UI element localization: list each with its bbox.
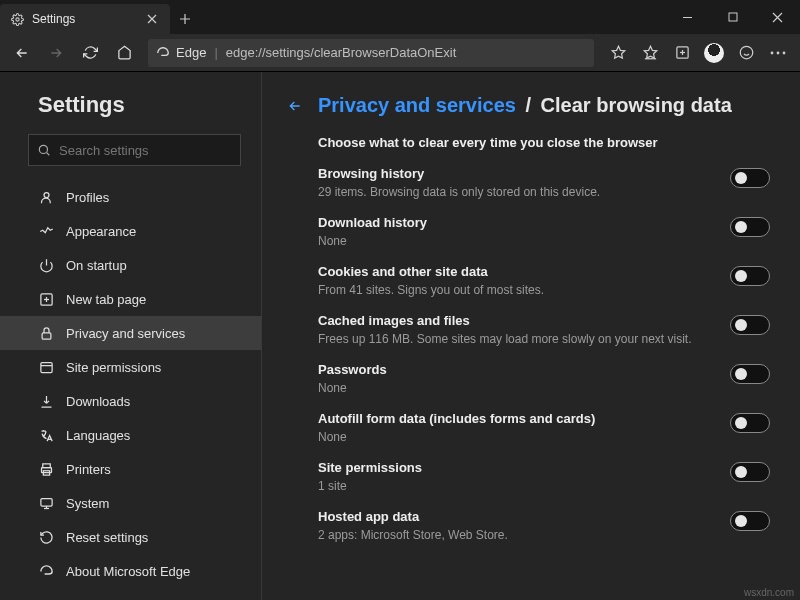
back-button[interactable] xyxy=(6,38,38,68)
svg-point-10 xyxy=(777,51,780,54)
clear-option-row: PasswordsNone xyxy=(318,362,770,395)
sidebar-item-languages[interactable]: Languages xyxy=(0,418,261,452)
option-subtitle: None xyxy=(318,430,710,444)
option-text: Browsing history29 items. Browsing data … xyxy=(318,166,710,199)
clear-option-row: Cookies and other site dataFrom 41 sites… xyxy=(318,264,770,297)
clear-option-row: Hosted app data2 apps: Microsoft Store, … xyxy=(318,509,770,542)
option-toggle[interactable] xyxy=(730,462,770,482)
breadcrumb-parent-link[interactable]: Privacy and services xyxy=(318,94,516,116)
window-controls xyxy=(665,0,800,34)
site-identity: Edge xyxy=(156,45,206,60)
settings-heading: Settings xyxy=(0,92,261,134)
option-text: Cookies and other site dataFrom 41 sites… xyxy=(318,264,710,297)
newtab-icon xyxy=(38,291,54,307)
toolbar: Edge | edge://settings/clearBrowserDataO… xyxy=(0,34,800,72)
menu-button[interactable] xyxy=(762,38,794,68)
clear-option-row: Browsing history29 items. Browsing data … xyxy=(318,166,770,199)
clear-option-row: Autofill form data (includes forms and c… xyxy=(318,411,770,444)
avatar xyxy=(704,43,724,63)
sidebar-item-new-tab-page[interactable]: New tab page xyxy=(0,282,261,316)
option-subtitle: None xyxy=(318,234,710,248)
home-button[interactable] xyxy=(108,38,140,68)
refresh-button[interactable] xyxy=(74,38,106,68)
settings-sidebar: Settings ProfilesAppearanceOn startupNew… xyxy=(0,72,262,600)
option-toggle[interactable] xyxy=(730,315,770,335)
breadcrumb-back-button[interactable] xyxy=(286,97,304,115)
sidebar-item-profiles[interactable]: Profiles xyxy=(0,180,261,214)
profile-icon xyxy=(38,189,54,205)
sidebar-item-label: Printers xyxy=(66,462,111,477)
svg-point-9 xyxy=(771,51,774,54)
site-identity-label: Edge xyxy=(176,45,206,60)
sidebar-item-reset-settings[interactable]: Reset settings xyxy=(0,520,261,554)
maximize-button[interactable] xyxy=(710,0,755,34)
favorite-button[interactable] xyxy=(602,38,634,68)
sidebar-item-downloads[interactable]: Downloads xyxy=(0,384,261,418)
option-text: Cached images and filesFrees up 116 MB. … xyxy=(318,313,710,346)
sidebar-item-site-permissions[interactable]: Site permissions xyxy=(0,350,261,384)
sidebar-item-about-microsoft-edge[interactable]: About Microsoft Edge xyxy=(0,554,261,588)
option-subtitle: 29 items. Browsing data is only stored o… xyxy=(318,185,710,199)
sidebar-item-printers[interactable]: Printers xyxy=(0,452,261,486)
option-toggle[interactable] xyxy=(730,364,770,384)
feedback-button[interactable] xyxy=(730,38,762,68)
close-window-button[interactable] xyxy=(755,0,800,34)
svg-line-13 xyxy=(47,153,50,156)
option-toggle[interactable] xyxy=(730,217,770,237)
section-instruction: Choose what to clear every time you clos… xyxy=(318,135,770,150)
sidebar-item-label: Downloads xyxy=(66,394,130,409)
new-tab-button[interactable] xyxy=(170,4,200,34)
option-title: Download history xyxy=(318,215,710,230)
option-toggle[interactable] xyxy=(730,511,770,531)
sidebar-item-appearance[interactable]: Appearance xyxy=(0,214,261,248)
sidebar-item-privacy-and-services[interactable]: Privacy and services xyxy=(0,316,261,350)
printer-icon xyxy=(38,461,54,477)
collections-button[interactable] xyxy=(666,38,698,68)
search-input[interactable] xyxy=(59,143,232,158)
gear-icon xyxy=(10,12,24,26)
reset-icon xyxy=(38,529,54,545)
svg-marker-3 xyxy=(644,46,657,58)
option-toggle[interactable] xyxy=(730,168,770,188)
option-title: Autofill form data (includes forms and c… xyxy=(318,411,710,426)
clear-option-row: Cached images and filesFrees up 116 MB. … xyxy=(318,313,770,346)
sidebar-item-system[interactable]: System xyxy=(0,486,261,520)
settings-main: Privacy and services / Clear browsing da… xyxy=(262,72,800,600)
address-url: edge://settings/clearBrowserDataOnExit xyxy=(226,45,457,60)
sidebar-item-label: On startup xyxy=(66,258,127,273)
option-title: Cached images and files xyxy=(318,313,710,328)
address-bar[interactable]: Edge | edge://settings/clearBrowserDataO… xyxy=(148,39,594,67)
clear-options-list: Browsing history29 items. Browsing data … xyxy=(286,166,770,542)
option-subtitle: None xyxy=(318,381,710,395)
option-text: Hosted app data2 apps: Microsoft Store, … xyxy=(318,509,710,542)
close-tab-button[interactable] xyxy=(144,11,160,27)
option-title: Browsing history xyxy=(318,166,710,181)
sidebar-item-label: Site permissions xyxy=(66,360,161,375)
power-icon xyxy=(38,257,54,273)
option-subtitle: Frees up 116 MB. Some sites may load mor… xyxy=(318,332,710,346)
breadcrumb: Privacy and services / Clear browsing da… xyxy=(286,94,770,117)
browser-tab[interactable]: Settings xyxy=(0,4,170,34)
search-icon xyxy=(37,143,51,157)
search-settings[interactable] xyxy=(28,134,241,166)
option-toggle[interactable] xyxy=(730,413,770,433)
sidebar-item-on-startup[interactable]: On startup xyxy=(0,248,261,282)
svg-rect-19 xyxy=(40,362,51,372)
system-icon xyxy=(38,495,54,511)
profile-button[interactable] xyxy=(698,38,730,68)
minimize-button[interactable] xyxy=(665,0,710,34)
breadcrumb-text: Privacy and services / Clear browsing da… xyxy=(318,94,732,117)
option-toggle[interactable] xyxy=(730,266,770,286)
option-text: PasswordsNone xyxy=(318,362,710,395)
lock-icon xyxy=(38,325,54,341)
sidebar-item-label: Appearance xyxy=(66,224,136,239)
forward-button[interactable] xyxy=(40,38,72,68)
favorites-list-button[interactable] xyxy=(634,38,666,68)
option-subtitle: 2 apps: Microsoft Store, Web Store. xyxy=(318,528,710,542)
watermark: wsxdn.com xyxy=(744,587,794,598)
tab-title: Settings xyxy=(32,12,136,26)
sidebar-item-label: System xyxy=(66,496,109,511)
language-icon xyxy=(38,427,54,443)
option-text: Download historyNone xyxy=(318,215,710,248)
option-subtitle: From 41 sites. Signs you out of most sit… xyxy=(318,283,710,297)
